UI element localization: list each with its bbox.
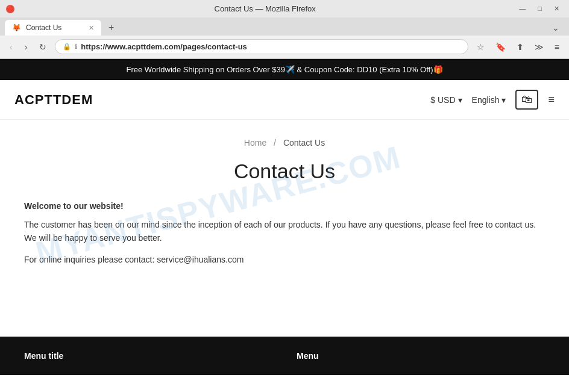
header-right: $ USD ▾ English ▾ 🛍 ≡ <box>430 90 555 110</box>
breadcrumb-current: Contact Us <box>283 138 325 148</box>
hamburger-icon: ≡ <box>548 93 555 105</box>
share-icon[interactable]: ⬆ <box>513 41 527 53</box>
secure-icon: 🔒 <box>63 43 71 51</box>
close-button[interactable]: ✕ <box>550 4 563 14</box>
footer-col-menu: Menu <box>297 351 545 361</box>
tab-bar: 🦊 Contact Us ✕ + ⌄ <box>0 17 569 36</box>
info-icon: ℹ <box>75 43 77 51</box>
url-text: https://www.acpttdem.com/pages/contact-u… <box>81 42 460 51</box>
minimize-button[interactable]: — <box>515 4 529 14</box>
banner-text: Free Worldwide Shipping on Orders Over $… <box>126 65 442 74</box>
site-logo: ACPTTDEM <box>14 92 430 108</box>
breadcrumb: Home / Contact Us <box>24 138 545 148</box>
site-footer: Menu title Menu <box>0 337 569 375</box>
address-input[interactable]: 🔒 ℹ https://www.acpttdem.com/pages/conta… <box>55 39 468 54</box>
currency-chevron-icon: ▾ <box>458 95 462 105</box>
footer-col-menu-title: Menu title <box>24 351 272 361</box>
traffic-light-close[interactable]: 🔴 <box>6 5 14 13</box>
breadcrumb-home-link[interactable]: Home <box>244 138 266 148</box>
site-header: ACPTTDEM $ USD ▾ English ▾ 🛍 ≡ <box>0 80 569 120</box>
footer-col2-title: Menu <box>297 351 545 361</box>
description-text: The customer has been on our mind since … <box>24 218 545 245</box>
forward-button[interactable]: › <box>21 41 31 53</box>
reload-button[interactable]: ↻ <box>36 41 50 53</box>
breadcrumb-separator: / <box>274 138 276 148</box>
cart-button[interactable]: 🛍 <box>515 90 538 110</box>
language-chevron-icon: ▾ <box>501 95 506 105</box>
hamburger-menu-button[interactable]: ≡ <box>548 93 555 106</box>
welcome-heading: Welcome to our website! <box>24 201 545 211</box>
main-content: Home / Contact Us Contact Us Welcome to … <box>0 120 569 337</box>
address-bar: ‹ › ↻ 🔒 ℹ https://www.acpttdem.com/pages… <box>0 36 569 58</box>
tab-list-button[interactable]: ⌄ <box>547 20 564 35</box>
cart-icon: 🛍 <box>521 93 532 105</box>
new-tab-button[interactable]: + <box>104 20 119 36</box>
restore-button[interactable]: □ <box>534 4 545 14</box>
promo-banner: Free Worldwide Shipping on Orders Over $… <box>0 59 569 80</box>
language-label: English <box>472 95 500 105</box>
site-content: Free Worldwide Shipping on Orders Over $… <box>0 59 569 375</box>
active-tab[interactable]: 🦊 Contact Us ✕ <box>5 20 101 36</box>
tab-label: Contact Us <box>26 23 84 32</box>
browser-menu-icon[interactable]: ≡ <box>551 41 563 53</box>
page-title: Contact Us <box>24 160 545 183</box>
bookmark-star-icon[interactable]: ☆ <box>473 41 488 53</box>
footer-col1-title: Menu title <box>24 351 272 361</box>
tab-favicon-icon: 🦊 <box>12 23 21 32</box>
tab-close-button[interactable]: ✕ <box>89 24 94 32</box>
currency-selector[interactable]: $ USD ▾ <box>430 95 462 105</box>
extensions-icon[interactable]: ≫ <box>531 41 547 53</box>
back-button[interactable]: ‹ <box>6 41 16 53</box>
contact-email-text: For online inquiries please contact: ser… <box>24 255 545 264</box>
pocket-icon[interactable]: 🔖 <box>492 41 509 53</box>
language-selector[interactable]: English ▾ <box>472 95 506 105</box>
currency-label: $ USD <box>430 95 455 105</box>
title-bar: 🔴 Contact Us — Mozilla Firefox — □ ✕ <box>0 0 569 17</box>
window-title: Contact Us — Mozilla Firefox <box>14 4 515 13</box>
